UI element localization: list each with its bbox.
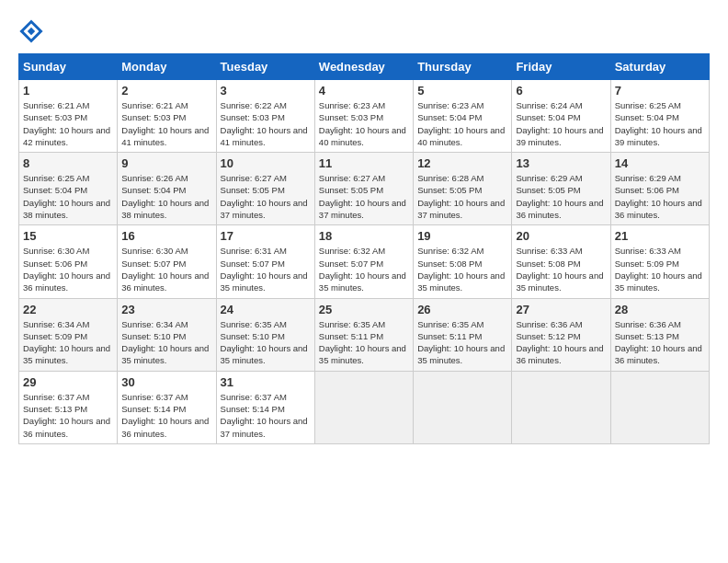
day-number: 2 (121, 84, 211, 98)
calendar-cell: 12 Sunrise: 6:28 AM Sunset: 5:05 PM Dayl… (414, 153, 512, 225)
day-number: 29 (23, 375, 113, 389)
day-number: 26 (417, 303, 507, 316)
calendar-cell: 3 Sunrise: 6:22 AM Sunset: 5:03 PM Dayli… (216, 80, 314, 153)
calendar-cell: 19 Sunrise: 6:32 AM Sunset: 5:08 PM Dayl… (414, 225, 512, 298)
day-info: Sunrise: 6:28 AM Sunset: 5:05 PM Dayligh… (417, 172, 507, 221)
day-number: 16 (121, 229, 211, 243)
calendar-cell: 27 Sunrise: 6:36 AM Sunset: 5:12 PM Dayl… (512, 298, 610, 371)
calendar-cell: 13 Sunrise: 6:29 AM Sunset: 5:05 PM Dayl… (512, 153, 610, 225)
day-number: 21 (615, 229, 705, 243)
calendar-cell: 25 Sunrise: 6:35 AM Sunset: 5:11 PM Dayl… (314, 298, 413, 371)
day-number: 9 (121, 156, 211, 170)
day-info: Sunrise: 6:30 AM Sunset: 5:07 PM Dayligh… (121, 245, 211, 293)
day-number: 22 (23, 303, 113, 316)
day-info: Sunrise: 6:33 AM Sunset: 5:08 PM Dayligh… (516, 245, 606, 293)
col-header-tuesday: Tuesday (216, 54, 314, 80)
logo (18, 18, 48, 44)
calendar-cell: 7 Sunrise: 6:25 AM Sunset: 5:04 PM Dayli… (610, 80, 709, 153)
day-info: Sunrise: 6:36 AM Sunset: 5:12 PM Dayligh… (516, 318, 606, 367)
day-info: Sunrise: 6:31 AM Sunset: 5:07 PM Dayligh… (221, 245, 311, 293)
day-number: 31 (221, 375, 311, 389)
day-info: Sunrise: 6:34 AM Sunset: 5:10 PM Dayligh… (121, 318, 211, 367)
day-info: Sunrise: 6:37 AM Sunset: 5:14 PM Dayligh… (221, 391, 311, 440)
calendar-cell: 6 Sunrise: 6:24 AM Sunset: 5:04 PM Dayli… (512, 80, 610, 153)
calendar-cell: 29 Sunrise: 6:37 AM Sunset: 5:13 PM Dayl… (19, 371, 118, 443)
day-number: 18 (319, 229, 409, 243)
day-number: 25 (319, 303, 409, 316)
calendar-cell: 1 Sunrise: 6:21 AM Sunset: 5:03 PM Dayli… (19, 80, 118, 153)
day-info: Sunrise: 6:24 AM Sunset: 5:04 PM Dayligh… (516, 99, 606, 148)
calendar-cell: 10 Sunrise: 6:27 AM Sunset: 5:05 PM Dayl… (216, 153, 314, 225)
calendar-cell (610, 371, 709, 443)
day-info: Sunrise: 6:30 AM Sunset: 5:06 PM Dayligh… (23, 245, 113, 293)
day-info: Sunrise: 6:36 AM Sunset: 5:13 PM Dayligh… (615, 318, 705, 367)
calendar-cell: 18 Sunrise: 6:32 AM Sunset: 5:07 PM Dayl… (314, 225, 413, 298)
calendar-cell: 11 Sunrise: 6:27 AM Sunset: 5:05 PM Dayl… (314, 153, 413, 225)
day-info: Sunrise: 6:21 AM Sunset: 5:03 PM Dayligh… (23, 99, 113, 148)
calendar-cell (314, 371, 413, 443)
day-number: 23 (121, 303, 211, 316)
calendar-cell: 20 Sunrise: 6:33 AM Sunset: 5:08 PM Dayl… (512, 225, 610, 298)
calendar-cell (414, 371, 512, 443)
day-info: Sunrise: 6:32 AM Sunset: 5:07 PM Dayligh… (319, 245, 409, 293)
day-number: 1 (23, 84, 113, 98)
day-number: 27 (516, 303, 606, 316)
day-number: 3 (221, 84, 311, 98)
calendar-cell: 9 Sunrise: 6:26 AM Sunset: 5:04 PM Dayli… (118, 153, 216, 225)
calendar-cell: 15 Sunrise: 6:30 AM Sunset: 5:06 PM Dayl… (19, 225, 118, 298)
day-number: 17 (221, 229, 311, 243)
calendar-cell: 4 Sunrise: 6:23 AM Sunset: 5:03 PM Dayli… (314, 80, 413, 153)
calendar-cell: 5 Sunrise: 6:23 AM Sunset: 5:04 PM Dayli… (414, 80, 512, 153)
calendar-cell: 26 Sunrise: 6:35 AM Sunset: 5:11 PM Dayl… (414, 298, 512, 371)
day-number: 8 (23, 156, 113, 170)
day-info: Sunrise: 6:35 AM Sunset: 5:11 PM Dayligh… (417, 318, 507, 367)
calendar-cell: 23 Sunrise: 6:34 AM Sunset: 5:10 PM Dayl… (118, 298, 216, 371)
day-number: 6 (516, 84, 606, 98)
day-info: Sunrise: 6:27 AM Sunset: 5:05 PM Dayligh… (319, 172, 409, 221)
day-info: Sunrise: 6:23 AM Sunset: 5:03 PM Dayligh… (319, 99, 409, 148)
day-info: Sunrise: 6:32 AM Sunset: 5:08 PM Dayligh… (417, 245, 507, 293)
day-number: 13 (516, 156, 606, 170)
calendar-cell (512, 371, 610, 443)
logo-icon (18, 18, 44, 44)
calendar-cell: 21 Sunrise: 6:33 AM Sunset: 5:09 PM Dayl… (610, 225, 709, 298)
day-info: Sunrise: 6:23 AM Sunset: 5:04 PM Dayligh… (417, 99, 507, 148)
calendar-cell: 2 Sunrise: 6:21 AM Sunset: 5:03 PM Dayli… (118, 80, 216, 153)
day-info: Sunrise: 6:35 AM Sunset: 5:11 PM Dayligh… (319, 318, 409, 367)
calendar-cell: 17 Sunrise: 6:31 AM Sunset: 5:07 PM Dayl… (216, 225, 314, 298)
col-header-wednesday: Wednesday (314, 54, 413, 80)
calendar-cell: 30 Sunrise: 6:37 AM Sunset: 5:14 PM Dayl… (118, 371, 216, 443)
calendar-cell: 28 Sunrise: 6:36 AM Sunset: 5:13 PM Dayl… (610, 298, 709, 371)
day-info: Sunrise: 6:35 AM Sunset: 5:10 PM Dayligh… (221, 318, 311, 367)
day-number: 5 (417, 84, 507, 98)
col-header-thursday: Thursday (414, 54, 512, 80)
day-info: Sunrise: 6:25 AM Sunset: 5:04 PM Dayligh… (23, 172, 113, 221)
calendar-cell: 24 Sunrise: 6:35 AM Sunset: 5:10 PM Dayl… (216, 298, 314, 371)
calendar-cell: 14 Sunrise: 6:29 AM Sunset: 5:06 PM Dayl… (610, 153, 709, 225)
page-header (18, 18, 710, 44)
calendar-table: SundayMondayTuesdayWednesdayThursdayFrid… (18, 53, 710, 444)
day-info: Sunrise: 6:37 AM Sunset: 5:13 PM Dayligh… (23, 391, 113, 440)
day-number: 11 (319, 156, 409, 170)
day-info: Sunrise: 6:21 AM Sunset: 5:03 PM Dayligh… (121, 99, 211, 148)
calendar-cell: 8 Sunrise: 6:25 AM Sunset: 5:04 PM Dayli… (19, 153, 118, 225)
day-info: Sunrise: 6:25 AM Sunset: 5:04 PM Dayligh… (615, 99, 705, 148)
day-number: 28 (615, 303, 705, 316)
day-number: 14 (615, 156, 705, 170)
calendar-cell: 22 Sunrise: 6:34 AM Sunset: 5:09 PM Dayl… (19, 298, 118, 371)
day-number: 20 (516, 229, 606, 243)
day-number: 4 (319, 84, 409, 98)
day-number: 10 (221, 156, 311, 170)
col-header-friday: Friday (512, 54, 610, 80)
day-number: 7 (615, 84, 705, 98)
day-info: Sunrise: 6:33 AM Sunset: 5:09 PM Dayligh… (615, 245, 705, 293)
calendar-cell: 16 Sunrise: 6:30 AM Sunset: 5:07 PM Dayl… (118, 225, 216, 298)
day-info: Sunrise: 6:34 AM Sunset: 5:09 PM Dayligh… (23, 318, 113, 367)
day-info: Sunrise: 6:22 AM Sunset: 5:03 PM Dayligh… (221, 99, 311, 148)
day-number: 15 (23, 229, 113, 243)
col-header-saturday: Saturday (610, 54, 709, 80)
day-number: 12 (417, 156, 507, 170)
col-header-sunday: Sunday (19, 54, 118, 80)
day-info: Sunrise: 6:26 AM Sunset: 5:04 PM Dayligh… (121, 172, 211, 221)
calendar-cell: 31 Sunrise: 6:37 AM Sunset: 5:14 PM Dayl… (216, 371, 314, 443)
